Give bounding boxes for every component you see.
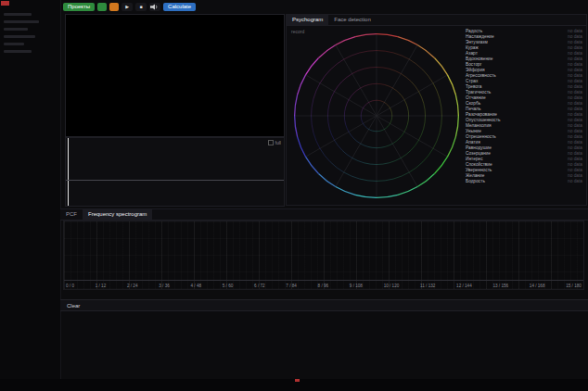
sidebar-item[interactable] [4, 20, 39, 23]
psychogram-chart-area: record [287, 26, 466, 206]
sidebar-item[interactable] [4, 13, 32, 16]
playhead[interactable] [68, 138, 69, 206]
projects-button[interactable]: Проекты [63, 3, 95, 11]
full-checkbox[interactable] [268, 140, 274, 145]
spectrogram-baseline [64, 280, 583, 281]
analysis-tabbar: Psychogram Face detection [287, 15, 586, 26]
psychogram-chart [288, 30, 465, 202]
emotion-value: no data [568, 179, 582, 184]
x-tick-label: 11 / 132 [420, 284, 435, 288]
app-window: Проекты ▶ ■ Calculate full Psychogram Fa… [0, 0, 588, 391]
sidebar-item[interactable] [4, 28, 28, 31]
emotion-label: Бодрость [466, 179, 485, 184]
full-toggle[interactable]: full [268, 140, 281, 145]
x-tick-label: 12 / 144 [456, 284, 472, 288]
tab-face-detection[interactable]: Face detection [328, 15, 376, 25]
speaker-icon [150, 4, 160, 10]
x-tick-label: 6 / 72 [254, 284, 265, 288]
emotion-list: Радостьno dataНаслаждениеno dataЭнтузиаз… [466, 26, 586, 206]
clear-bar: Clear [60, 299, 588, 311]
x-tick-label: 15 / 180 [566, 284, 582, 288]
sidebar-item[interactable] [4, 50, 32, 53]
record-button[interactable] [109, 3, 119, 11]
status-indicator [295, 379, 300, 382]
calculate-button[interactable]: Calculate [163, 3, 196, 11]
toolbar: Проекты ▶ ■ Calculate [63, 2, 196, 12]
waveform-centerline [66, 180, 284, 181]
full-label: full [275, 140, 281, 145]
sidebar-item[interactable] [4, 35, 35, 38]
volume-button[interactable] [149, 3, 160, 11]
clear-button[interactable]: Clear [60, 303, 86, 309]
play-icon: ▶ [125, 3, 129, 11]
bottom-strip [0, 379, 588, 391]
x-tick-label: 5 / 60 [223, 284, 234, 288]
sidebar [0, 0, 61, 391]
tab-psychogram[interactable]: Psychogram [287, 15, 328, 25]
stop-icon: ■ [140, 3, 143, 11]
bottom-tabbar: PCF Frequency spectrogram [60, 208, 588, 221]
spectrogram-panel[interactable]: 0 / 01 / 122 / 243 / 364 / 485 / 606 / 7… [63, 221, 584, 290]
x-tick-label: 1 / 12 [96, 284, 107, 288]
x-tick-label: 2 / 24 [127, 284, 138, 288]
camera-button[interactable] [97, 3, 107, 11]
emotion-row: Бодростьno data [466, 179, 582, 184]
chart-legend: record [291, 29, 304, 34]
x-tick-label: 8 / 96 [318, 284, 329, 288]
x-tick-label: 7 / 84 [286, 284, 297, 288]
psychogram-body: record Радостьno dataНаслаждениеno dataЭ… [287, 26, 586, 206]
tab-frequency-spectrogram[interactable]: Frequency spectrogram [83, 209, 152, 220]
tab-pcf[interactable]: PCF [60, 209, 83, 220]
spectrogram-x-axis: 0 / 01 / 122 / 243 / 364 / 485 / 606 / 7… [66, 284, 582, 288]
analysis-panel: Psychogram Face detection record Радость… [286, 14, 587, 206]
x-tick-label: 14 / 168 [530, 284, 545, 288]
record-indicator [1, 1, 9, 6]
waveform-panel[interactable]: full [65, 137, 285, 207]
x-tick-label: 3 / 36 [159, 284, 170, 288]
play-button[interactable]: ▶ [121, 3, 133, 11]
x-tick-label: 10 / 120 [384, 284, 400, 288]
x-tick-label: 4 / 48 [191, 284, 202, 288]
x-tick-label: 13 / 156 [492, 284, 508, 288]
x-tick-label: 9 / 108 [350, 284, 363, 288]
video-preview [65, 14, 285, 137]
stop-button[interactable]: ■ [135, 3, 147, 11]
sidebar-item[interactable] [4, 43, 24, 45]
x-tick-label: 0 / 0 [66, 284, 74, 288]
